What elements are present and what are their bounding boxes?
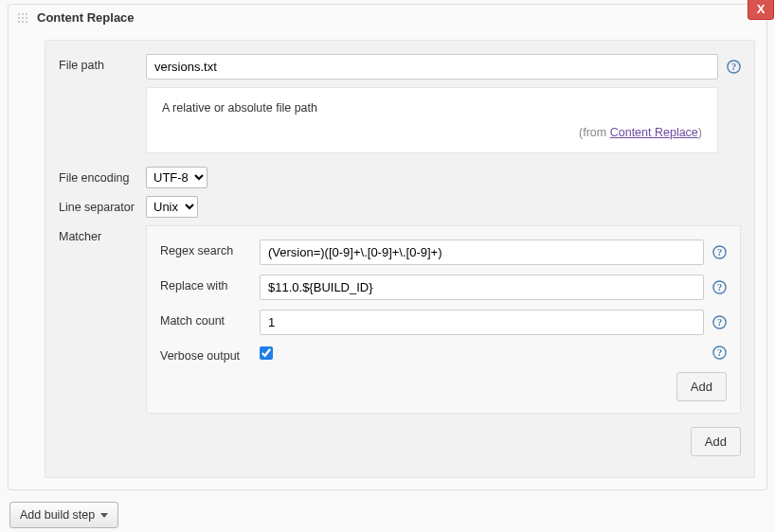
help-icon[interactable]: ?	[712, 315, 727, 330]
regex-search-input[interactable]	[260, 239, 704, 265]
content-replace-section: Content Replace X File path ? A relative…	[8, 4, 767, 490]
chevron-down-icon	[100, 513, 108, 518]
section-title-wrap: Content Replace	[9, 5, 142, 30]
help-icon[interactable]: ?	[712, 280, 727, 295]
add-button[interactable]: Add	[691, 427, 741, 456]
close-button[interactable]: X	[748, 0, 774, 20]
matcher-section-row: Matcher Regex search ? Replace with	[59, 225, 741, 456]
file-path-label: File path	[59, 54, 146, 72]
verbose-output-label: Verbose output	[160, 345, 260, 363]
file-encoding-select[interactable]: UTF-8	[146, 167, 207, 188]
matcher-add-button[interactable]: Add	[676, 372, 727, 401]
line-separator-label: Line separator	[59, 196, 146, 214]
close-icon: X	[757, 2, 766, 16]
replace-with-input[interactable]	[260, 275, 704, 300]
file-path-input[interactable]	[146, 54, 718, 80]
verbose-output-row: Verbose output ?	[160, 345, 727, 363]
footer: Add build step	[0, 494, 775, 532]
file-path-help-from: (from Content Replace)	[162, 126, 702, 139]
svg-text:?: ?	[730, 62, 735, 72]
section-body: File path ? A relative or absolute file …	[45, 40, 755, 478]
svg-text:?: ?	[716, 317, 721, 328]
help-icon[interactable]: ?	[712, 245, 727, 260]
matcher-box: Regex search ? Replace with	[146, 225, 741, 414]
drag-handle-icon[interactable]	[16, 11, 29, 25]
replace-with-label: Replace with	[160, 275, 260, 293]
match-count-row: Match count ?	[160, 310, 727, 335]
section-header: Content Replace X	[9, 5, 766, 30]
match-count-label: Match count	[160, 310, 260, 328]
svg-text:?: ?	[716, 282, 721, 293]
line-separator-select[interactable]: Unix	[146, 196, 198, 218]
regex-search-label: Regex search	[160, 239, 260, 257]
file-path-help-box: A relative or absolute file path (from C…	[146, 87, 718, 153]
section-title: Content Replace	[37, 10, 135, 25]
content-replace-link[interactable]: Content Replace	[610, 126, 698, 139]
svg-text:?: ?	[716, 347, 721, 358]
verbose-output-checkbox[interactable]	[260, 346, 273, 360]
add-build-step-button[interactable]: Add build step	[9, 502, 118, 528]
add-build-step-label: Add build step	[20, 508, 95, 522]
line-separator-row: Line separator Unix	[59, 196, 741, 218]
match-count-input[interactable]	[260, 310, 704, 335]
regex-search-row: Regex search ?	[160, 239, 727, 265]
file-path-row: File path ?	[59, 54, 741, 80]
help-icon[interactable]: ?	[712, 345, 727, 360]
file-encoding-row: File encoding UTF-8	[59, 167, 741, 188]
matcher-label: Matcher	[59, 225, 146, 243]
file-path-help-text: A relative or absolute file path	[162, 101, 702, 115]
svg-text:?: ?	[716, 247, 721, 257]
help-icon[interactable]: ?	[726, 60, 741, 75]
replace-with-row: Replace with ?	[160, 275, 727, 300]
file-encoding-label: File encoding	[59, 167, 146, 185]
